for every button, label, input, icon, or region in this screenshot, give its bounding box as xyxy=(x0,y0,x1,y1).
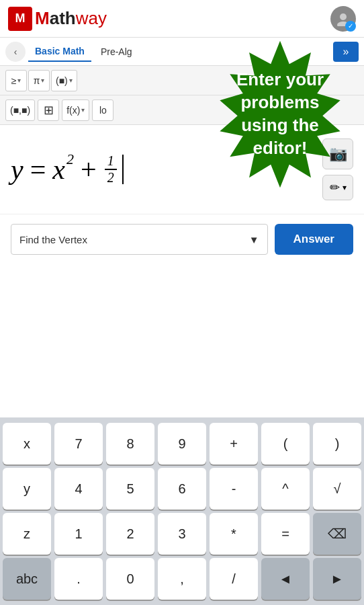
key-2[interactable]: 2 xyxy=(106,513,154,555)
svg-point-0 xyxy=(340,13,347,20)
toolbar-fx-btn[interactable]: f(x) ▾ xyxy=(62,99,89,121)
matrix-icon: ⊞ xyxy=(44,103,54,118)
key-sym[interactable]: ► xyxy=(313,558,361,600)
toolbar-interval-btn[interactable]: (■,■) xyxy=(5,99,35,121)
chevron-down-icon: ▾ xyxy=(69,77,73,84)
fraction-half: 1 2 xyxy=(105,153,117,186)
key-6[interactable]: 6 xyxy=(158,468,206,510)
chevron-down-icon: ▾ xyxy=(81,106,85,114)
key-z[interactable]: z xyxy=(3,513,51,555)
chevron-down-icon: ▾ xyxy=(17,77,21,84)
var-y: y xyxy=(11,153,24,186)
key-4[interactable]: 4 xyxy=(54,468,103,510)
problem-type-select[interactable]: Find the Vertex ▼ xyxy=(11,224,268,255)
toolbar-matrix-btn[interactable]: ⊞ xyxy=(38,99,59,121)
keyboard-grid: x789+()y456-^√z123*=⌫abc.0,/◄► xyxy=(3,423,361,600)
logo-text: Mathway xyxy=(35,8,107,29)
math-expression: y = x2 + 1 2 xyxy=(11,153,124,186)
toolbar-pi-btn[interactable]: π ▾ xyxy=(28,70,50,91)
key-sym[interactable]: , xyxy=(158,558,206,600)
key-sym[interactable]: . xyxy=(54,558,103,600)
key-sym[interactable]: * xyxy=(210,513,258,555)
logo: M Mathway xyxy=(8,7,107,31)
key-sym[interactable]: + xyxy=(210,423,258,465)
key-5[interactable]: 5 xyxy=(106,468,154,510)
key-sym[interactable]: ) xyxy=(313,423,361,465)
avatar-check-badge: ✓ xyxy=(345,21,356,32)
starburst-text: Enter your problems using the editor! xyxy=(203,48,357,179)
logo-icon: M xyxy=(8,7,32,31)
text-cursor xyxy=(122,155,124,184)
toolbar-geq-btn[interactable]: ≥ ▾ xyxy=(5,70,27,91)
tab-basic-math[interactable]: Basic Math xyxy=(28,42,91,62)
key-sym[interactable]: ^ xyxy=(261,468,310,510)
tab-pre-alg[interactable]: Pre-Alg xyxy=(94,42,139,61)
key-abc[interactable]: abc xyxy=(3,558,51,600)
toolbar-log-btn[interactable]: lo xyxy=(92,99,113,121)
keyboard: x789+()y456-^√z123*=⌫abc.0,/◄► xyxy=(0,417,364,605)
key-3[interactable]: 3 xyxy=(158,513,206,555)
chevron-down-icon: ▼ xyxy=(249,234,259,245)
key-1[interactable]: 1 xyxy=(54,513,103,555)
equals-sign: = xyxy=(30,153,46,186)
key-sym[interactable]: - xyxy=(210,468,258,510)
logo-letter: M xyxy=(15,11,26,26)
key-sym[interactable]: = xyxy=(261,513,310,555)
plus-sign: + xyxy=(81,153,97,186)
back-button[interactable]: ‹ xyxy=(5,42,26,62)
key-sym[interactable]: ⌫ xyxy=(313,513,361,555)
starburst-tooltip: Enter your problems using the editor! xyxy=(203,37,357,192)
key-sym[interactable]: / xyxy=(210,558,258,600)
header: M Mathway ✓ xyxy=(0,0,364,38)
key-sym[interactable]: ( xyxy=(261,423,310,465)
answer-button[interactable]: Answer xyxy=(275,224,353,255)
x-squared: x2 xyxy=(52,153,74,186)
key-0[interactable]: 0 xyxy=(106,558,154,600)
key-7[interactable]: 7 xyxy=(54,423,103,465)
key-sym[interactable]: √ xyxy=(313,468,361,510)
key-sym[interactable]: ◄ xyxy=(261,558,310,600)
key-9[interactable]: 9 xyxy=(158,423,206,465)
key-y[interactable]: y xyxy=(3,468,51,510)
key-8[interactable]: 8 xyxy=(106,423,154,465)
toolbar-bracket-btn[interactable]: (■) ▾ xyxy=(51,70,77,91)
action-row: Find the Vertex ▼ Answer xyxy=(0,214,364,264)
key-x[interactable]: x xyxy=(3,423,51,465)
avatar-area[interactable]: ✓ xyxy=(330,6,356,32)
chevron-down-icon: ▾ xyxy=(41,77,44,84)
